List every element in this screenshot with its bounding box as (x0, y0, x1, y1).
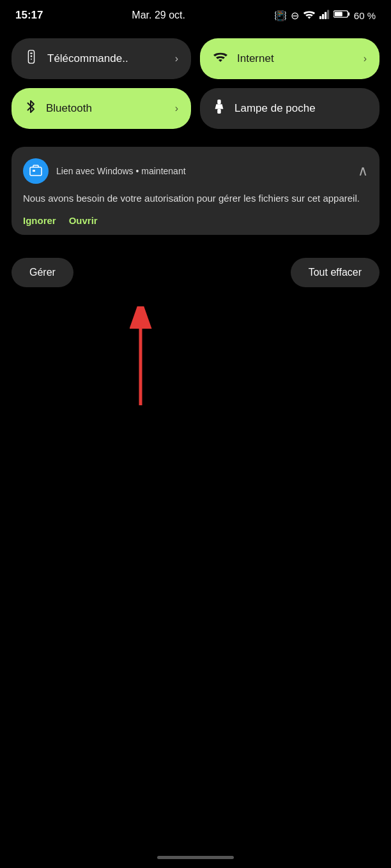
chevron-right-icon: › (364, 53, 367, 64)
svg-rect-8 (30, 53, 33, 54)
svg-point-9 (31, 56, 33, 57)
ignore-button[interactable]: Ignorer (23, 215, 56, 226)
notification-app-info: Lien avec Windows • maintenant (56, 166, 186, 176)
torch-icon (213, 100, 226, 117)
notification-header: Lien avec Windows • maintenant ∧ (23, 158, 368, 184)
status-date: Mar. 29 oct. (132, 10, 185, 21)
svg-rect-14 (30, 167, 42, 176)
tile-bluetooth-label: Bluetooth (46, 102, 166, 115)
telecommande-icon (24, 50, 38, 68)
tout-effacer-button[interactable]: Tout effacer (291, 258, 379, 287)
home-indicator (157, 856, 234, 859)
svg-rect-1 (322, 14, 324, 19)
ouvrir-button[interactable]: Ouvrir (69, 215, 98, 226)
tile-lampe[interactable]: Lampe de poche (200, 88, 379, 129)
svg-rect-11 (217, 100, 221, 104)
annotation-arrow (102, 306, 179, 408)
bluetooth-icon (24, 100, 37, 117)
chevron-right-icon: › (175, 103, 178, 114)
status-time: 15:17 (15, 9, 43, 22)
svg-point-10 (31, 59, 32, 60)
tile-lampe-label: Lampe de poche (234, 102, 367, 115)
signal-icon (319, 9, 330, 22)
dnd-icon: ⊖ (291, 10, 299, 22)
svg-rect-5 (348, 12, 349, 15)
gerer-button[interactable]: Gérer (12, 258, 73, 287)
notification-actions: Ignorer Ouvrir (23, 215, 368, 226)
tile-telecommande[interactable]: Télécommande.. › (12, 38, 191, 79)
svg-rect-0 (319, 16, 321, 19)
vibrate-icon: 📳 (274, 10, 287, 22)
svg-rect-2 (325, 12, 326, 19)
status-icons: 📳 ⊖ 60 % (274, 9, 376, 22)
tile-bluetooth[interactable]: Bluetooth › (12, 88, 191, 129)
svg-rect-6 (335, 12, 342, 17)
internet-wifi-icon (213, 50, 228, 67)
svg-rect-15 (33, 170, 35, 172)
bottom-buttons: Gérer Tout effacer (0, 246, 391, 287)
quick-tiles: Télécommande.. › Internet › Bluetooth › (0, 28, 391, 142)
battery-text: 60 % (354, 10, 376, 21)
app-icon (23, 158, 49, 184)
notification-app-name: Lien avec Windows • maintenant (56, 166, 186, 176)
notification-card: Lien avec Windows • maintenant ∧ Nous av… (12, 147, 379, 235)
notification-collapse-button[interactable]: ∧ (358, 163, 368, 179)
notification-header-left: Lien avec Windows • maintenant (23, 158, 186, 184)
wifi-icon (303, 9, 316, 22)
battery-icon (334, 10, 350, 21)
chevron-right-icon: › (175, 53, 178, 64)
svg-marker-12 (215, 104, 224, 108)
svg-rect-13 (217, 109, 221, 114)
svg-rect-3 (327, 10, 329, 19)
tile-telecommande-label: Télécommande.. (47, 52, 166, 65)
notification-body: Nous avons besoin de votre autorisation … (23, 191, 368, 205)
status-bar: 15:17 Mar. 29 oct. 📳 ⊖ (0, 0, 391, 28)
tile-internet[interactable]: Internet › (200, 38, 379, 79)
tile-internet-label: Internet (237, 52, 355, 65)
